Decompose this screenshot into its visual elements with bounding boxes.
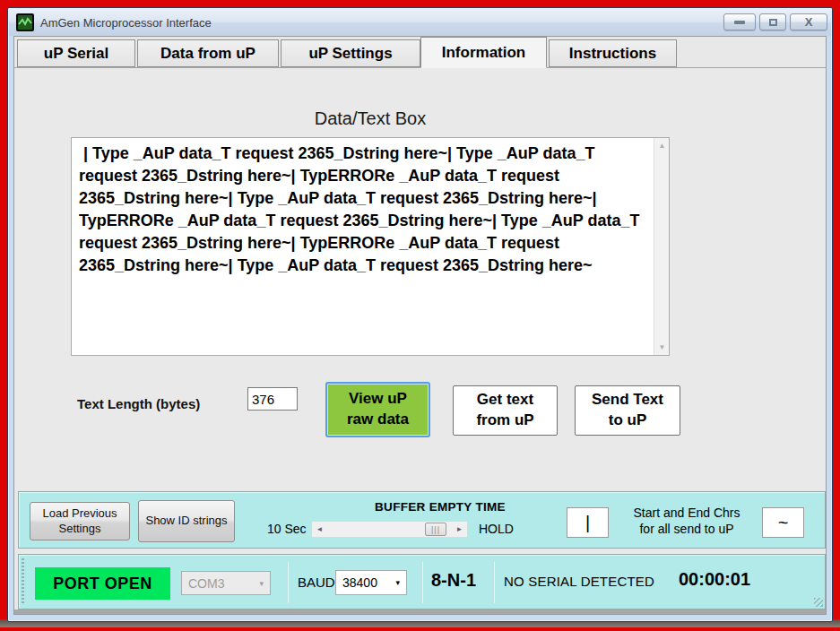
data-text-box-content[interactable]: | Type _AuP data_T request 2365_Dstring … [72,138,669,355]
app-window: AmGen Microprocessor Interface X uP Seri… [7,7,833,622]
com-port-value: COM3 [188,576,224,591]
window-title: AmGen Microprocessor Interface [40,16,212,30]
app-icon [16,13,34,31]
tab-up-settings[interactable]: uP Settings [281,39,420,67]
tab-up-serial[interactable]: uP Serial [17,39,135,67]
desktop-background: AmGen Microprocessor Interface X uP Seri… [0,0,840,631]
tab-instructions[interactable]: Instructions [549,39,677,67]
baud-value: 38400 [342,575,377,590]
status-panel: PORT OPEN COM3 ▾ BAUD 38400 ▾ 8-N-1 NO S… [18,554,826,609]
maximize-button[interactable] [759,13,786,30]
slider-left-icon[interactable]: ◄ [312,522,327,537]
data-text-box[interactable]: | Type _AuP data_T request 2365_Dstring … [71,137,670,356]
text-length-label: Text Length (bytes) [77,396,200,411]
panel-gripper [22,558,24,605]
textbox-scrollbar[interactable]: ▲ ▼ [654,138,669,355]
start-char-field[interactable]: | [567,507,609,538]
send-text-button[interactable]: Send Text to uP [575,385,680,436]
chevron-down-icon: ▾ [395,578,400,587]
start-end-chars-label: Start and End Chrs for all send to uP [619,505,755,537]
title-bar[interactable]: AmGen Microprocessor Interface X [9,9,831,36]
text-length-field[interactable] [247,387,298,411]
scroll-down-icon[interactable]: ▼ [654,340,670,355]
divider [493,562,494,603]
tab-data-from-up[interactable]: Data from uP [137,39,279,67]
serial-status-label: NO SERIAL DETECTED [504,574,654,589]
divider [287,562,288,603]
baud-select[interactable]: 38400 ▾ [335,570,407,595]
buffer-empty-time-label: BUFFER EMPTY TIME [288,500,593,514]
minimize-button[interactable] [723,13,756,30]
maximize-icon [769,19,777,26]
baud-label: BAUD [298,575,335,590]
settings-panel: Load Previous Settings Show ID strings B… [18,491,826,549]
load-previous-settings-button[interactable]: Load Previous Settings [30,502,130,540]
resize-grip[interactable] [814,598,823,607]
data-text-box-title: Data/Text Box [71,108,670,129]
scroll-up-icon[interactable]: ▲ [654,138,670,153]
window-controls: X [723,13,827,30]
tab-information[interactable]: Information [420,37,547,68]
buffer-time-slider[interactable]: ◄ ||| ► [311,521,468,538]
slider-thumb[interactable]: ||| [425,523,446,536]
information-tab-panel: Data/Text Box | Type _AuP data_T request… [14,68,826,489]
timer-value: 00:00:01 [679,569,750,590]
window-bottom-strip [14,609,826,614]
slider-right-icon[interactable]: ► [452,522,467,537]
port-open-button[interactable]: PORT OPEN [35,567,170,600]
chevron-down-icon: ▾ [259,579,264,588]
close-icon: X [805,15,813,29]
framing-label: 8-N-1 [431,570,476,591]
divider [421,562,422,603]
end-char-field[interactable]: ~ [762,507,804,538]
get-text-button[interactable]: Get text from uP [453,385,558,436]
com-port-select[interactable]: COM3 ▾ [181,571,271,595]
view-raw-data-button[interactable]: View uP raw data [325,382,430,437]
close-button[interactable]: X [790,13,827,30]
slider-min-label: 10 Sec [267,522,307,536]
show-id-strings-button[interactable]: Show ID strings [138,500,235,542]
slider-max-label: HOLD [479,522,514,536]
window-body: uP Serial Data from uP uP Settings Infor… [13,36,827,615]
minimize-icon [734,21,745,24]
